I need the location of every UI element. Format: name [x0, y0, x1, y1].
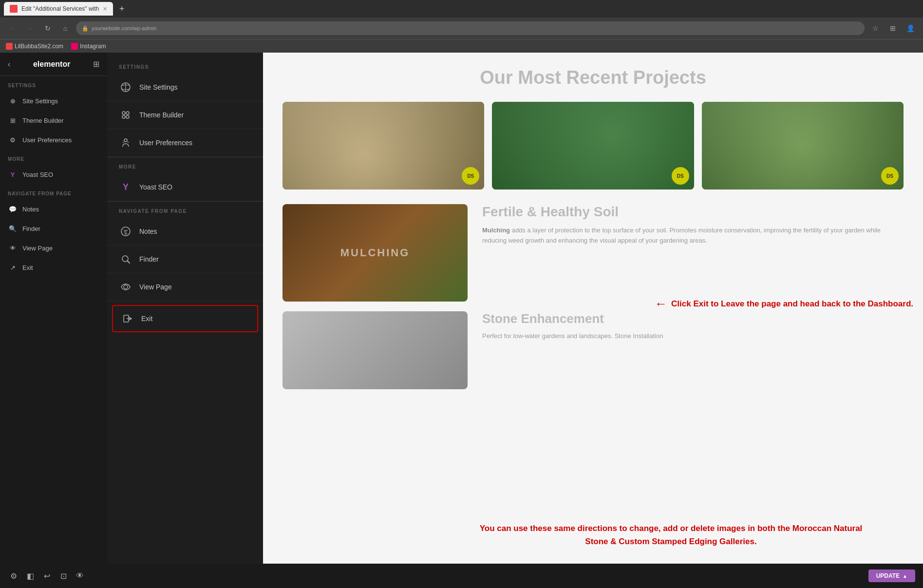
back-button[interactable]: ←	[6, 21, 19, 35]
panel-navigate-label: NAVIGATE FROM PAGE	[107, 201, 263, 218]
view-page-icon: 👁	[8, 243, 18, 253]
sidebar-item-view-page[interactable]: 👁 View Page	[0, 238, 107, 258]
panel-notes-icon	[119, 225, 132, 238]
bookmark-button[interactable]: ☆	[868, 21, 882, 35]
bookmark-favicon-1	[6, 43, 13, 50]
nav-bar: ← → ↻ ⌂ 🔒 yourwebsite.com/wp-admin ☆ ⊞ 👤	[0, 18, 923, 39]
panel-item-site-settings[interactable]: Site Settings	[107, 74, 263, 101]
panel-theme-builder-icon	[119, 108, 132, 122]
svg-point-3	[126, 112, 129, 114]
project-card-2: DS	[492, 102, 694, 190]
exit-annotation: ← Click Exit to Leave the page and head …	[655, 296, 913, 311]
panel-item-user-preferences[interactable]: User Preferences	[107, 129, 263, 157]
user-prefs-icon: ⚙	[8, 135, 18, 145]
forward-button[interactable]: →	[23, 21, 37, 35]
stone-text: Stone Enhancement Perfect for low-water …	[482, 311, 904, 389]
content-area: Our Most Recent Projects DS DS	[263, 53, 923, 587]
sidebar-collapse-button[interactable]: ‹	[8, 60, 10, 69]
bottom-preview-icon[interactable]: 👁	[74, 570, 86, 582]
sidebar-theme-builder-label: Theme Builder	[22, 117, 64, 124]
svg-point-2	[122, 112, 125, 114]
soil-image: MULCHING	[283, 204, 468, 302]
panel-site-settings-label: Site Settings	[139, 83, 178, 91]
panel-item-finder[interactable]: Finder	[107, 246, 263, 273]
projects-grid: DS DS DS	[283, 102, 904, 190]
left-arrow-icon: ←	[655, 296, 667, 311]
update-button-label: UPDATE	[876, 572, 900, 579]
svg-line-7	[123, 142, 124, 143]
panel-theme-builder-label: Theme Builder	[139, 111, 184, 119]
browser-chrome: Edit "Additional Services" with ✕ + ← → …	[0, 0, 923, 39]
bookmarks-bar: LilBubbaSite2.com Instagram	[0, 39, 923, 53]
bottom-annotation: You can use these same directions to cha…	[476, 522, 866, 548]
sidebar-more-section-label: MORE	[0, 150, 107, 165]
bookmark-instagram[interactable]: Instagram	[71, 43, 106, 50]
exit-annotation-text: Click Exit to Leave the page and head ba…	[671, 299, 913, 309]
sidebar-item-user-preferences[interactable]: ⚙ User Preferences	[0, 130, 107, 150]
sidebar-grid-icon[interactable]: ⊞	[93, 59, 99, 69]
panel-view-page-label: View Page	[139, 283, 172, 291]
panel-finder-icon	[119, 252, 132, 266]
bottom-annotation-text: You can use these same directions to cha…	[480, 524, 863, 546]
soil-section: MULCHING Fertile & Healthy Soil Mulching…	[283, 204, 904, 302]
sidebar-exit-label: Exit	[22, 264, 33, 271]
panel-user-prefs-label: User Preferences	[139, 139, 192, 147]
panel-item-notes[interactable]: Notes	[107, 218, 263, 246]
panel-item-yoast[interactable]: Y Yoast SEO	[107, 173, 263, 201]
panel-item-exit[interactable]: Exit	[112, 305, 258, 332]
bottom-layers-icon[interactable]: ◧	[24, 570, 36, 582]
content-inner: Our Most Recent Projects DS DS	[263, 53, 923, 404]
svg-line-8	[128, 142, 129, 143]
stone-image	[283, 311, 468, 389]
bookmark-favicon-2	[71, 43, 78, 50]
bookmark-label-2: Instagram	[80, 43, 106, 50]
tab-close-button[interactable]: ✕	[103, 6, 107, 12]
panel-settings-label: SETTINGS	[107, 62, 263, 74]
soil-text: Fertile & Healthy Soil Mulching adds a l…	[482, 204, 904, 246]
sidebar-header: ‹ elementor ⊞	[0, 53, 107, 76]
sidebar-item-yoast[interactable]: Y Yoast SEO	[0, 165, 107, 184]
panel-item-view-page[interactable]: View Page	[107, 273, 263, 301]
soil-title: Fertile & Healthy Soil	[482, 204, 904, 220]
svg-point-14	[124, 285, 128, 289]
update-button[interactable]: UPDATE ▲	[868, 569, 915, 582]
update-arrow-icon: ▲	[903, 573, 907, 579]
active-tab[interactable]: Edit "Additional Services" with ✕	[4, 2, 113, 16]
profile-button[interactable]: 👤	[904, 21, 917, 35]
bookmark-label-1: LilBubbaSite2.com	[15, 43, 63, 50]
sidebar-view-page-label: View Page	[22, 245, 53, 252]
sidebar-item-site-settings[interactable]: ⊕ Site Settings	[0, 91, 107, 111]
bookmark-lilbubba[interactable]: LilBubbaSite2.com	[6, 43, 63, 50]
panel-exit-icon	[121, 312, 134, 325]
sidebar-yoast-label: Yoast SEO	[22, 171, 53, 178]
sidebar-item-exit[interactable]: ↗ Exit	[0, 258, 107, 277]
bottom-responsive-icon[interactable]: ⊡	[57, 570, 69, 582]
reload-button[interactable]: ↻	[41, 21, 55, 35]
sidebar-logo: elementor	[33, 60, 70, 69]
tab-bar: Edit "Additional Services" with ✕ +	[0, 0, 923, 18]
bottom-settings-icon[interactable]: ⚙	[8, 570, 19, 582]
sidebar-item-notes[interactable]: 💬 Notes	[0, 199, 107, 219]
new-tab-button[interactable]: +	[115, 2, 129, 16]
card-logo-3: DS	[881, 167, 899, 185]
bottom-history-icon[interactable]: ↩	[41, 570, 53, 582]
exit-icon: ↗	[8, 263, 18, 272]
project-card-3: DS	[702, 102, 904, 190]
panel-item-theme-builder[interactable]: Theme Builder	[107, 101, 263, 129]
sidebar-user-prefs-label: User Preferences	[22, 136, 72, 144]
notes-icon: 💬	[8, 204, 18, 214]
sidebar-item-finder[interactable]: 🔍 Finder	[0, 219, 107, 238]
stone-title: Stone Enhancement	[482, 311, 904, 326]
sidebar-notes-label: Notes	[22, 206, 39, 213]
home-button[interactable]: ⌂	[58, 21, 72, 35]
extensions-button[interactable]: ⊞	[886, 21, 900, 35]
svg-point-6	[124, 139, 127, 142]
page-main-title: Our Most Recent Projects	[283, 67, 904, 88]
panel-finder-label: Finder	[139, 255, 159, 263]
address-bar[interactable]: 🔒 yourwebsite.com/wp-admin	[76, 21, 865, 35]
tab-label: Edit "Additional Services" with	[21, 5, 99, 12]
finder-icon: 🔍	[8, 224, 18, 233]
theme-builder-icon: ⊞	[8, 115, 18, 125]
soil-body-text: adds a layer of protection to the top su…	[482, 227, 881, 244]
sidebar-item-theme-builder[interactable]: ⊞ Theme Builder	[0, 111, 107, 130]
